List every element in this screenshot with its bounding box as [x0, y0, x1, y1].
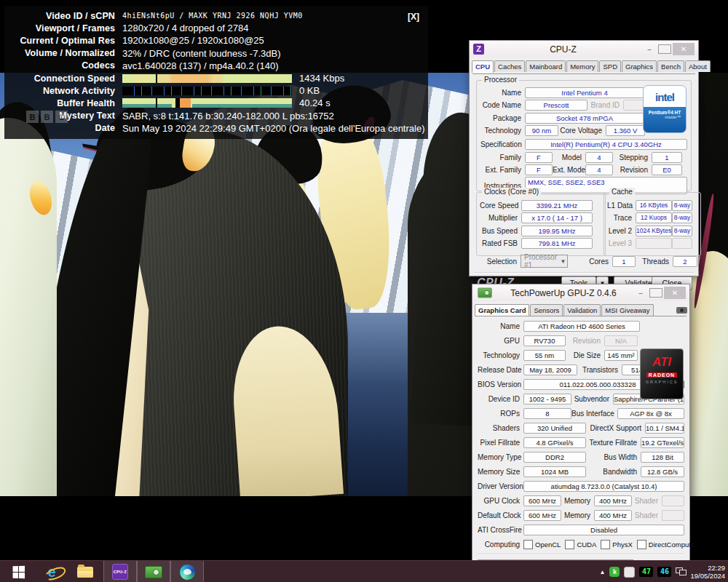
- field-label: Shaders: [478, 424, 520, 432]
- minimize-icon[interactable]: –: [642, 46, 657, 53]
- maximize-icon[interactable]: [649, 288, 662, 298]
- field-label: Cores: [577, 258, 609, 266]
- processor-select[interactable]: Processor #1▼: [521, 255, 568, 268]
- field-label: Bus Width: [586, 453, 637, 461]
- gpuz-titlebar[interactable]: TechPowerUp GPU-Z 0.4.6 – ✕: [472, 284, 689, 301]
- die-size-field: 145 mm²: [604, 350, 638, 361]
- stat-label: Buffer Health: [4, 98, 115, 108]
- close-icon[interactable]: ✕: [673, 43, 695, 55]
- cpuz-titlebar[interactable]: Z CPU-Z – ✕: [470, 41, 698, 57]
- tab-memory[interactable]: Memory: [566, 60, 598, 72]
- l3-field: [636, 238, 672, 249]
- tab-caches[interactable]: Caches: [494, 60, 525, 72]
- rated-fsb-field: 799.81 MHz: [521, 238, 593, 249]
- taskbar-item-cpuz[interactable]: CPU-Z: [103, 561, 137, 582]
- tray-network-icon[interactable]: [676, 567, 686, 576]
- multiplier-field: x 17.0 ( 14 - 17 ): [521, 212, 593, 223]
- field-label: Computing: [478, 541, 520, 549]
- tray-speaker-icon[interactable]: [624, 567, 635, 578]
- gpu-revision-field: N/A: [604, 335, 638, 346]
- l3-assoc-field: [672, 238, 692, 249]
- field-label: Texture Fillrate: [586, 439, 637, 447]
- stat-value: avc1.640028 (137) / mp4a.40.2 (140): [122, 60, 279, 71]
- minimize-icon[interactable]: –: [633, 290, 648, 297]
- edge-icon: [180, 565, 195, 580]
- tray-clock[interactable]: 22:29 19/05/2024: [690, 564, 725, 581]
- stat-value: 1280x720 / 4 dropped of 2784: [122, 23, 248, 33]
- directx-support-field: 10.1 / SM4.1: [645, 423, 684, 434]
- start-button[interactable]: [3, 561, 33, 582]
- tab-graphics-card[interactable]: Graphics Card: [475, 304, 529, 316]
- group-title: Clocks (Core #0): [482, 188, 541, 196]
- stat-label: Video ID / sCPN: [4, 11, 115, 21]
- tray-k-icon[interactable]: k: [609, 567, 620, 577]
- tab-msi-giveaway[interactable]: MSI Giveaway: [601, 304, 653, 316]
- cpuz-panel: Processor intel Pentium®4 HT inside™ Nam…: [472, 73, 695, 273]
- memory-clock-field: 400 MHz: [594, 495, 632, 506]
- field-label: Technology: [478, 351, 520, 359]
- threads-field: 2: [673, 256, 697, 267]
- field-label: Driver Version: [478, 482, 520, 490]
- stat-label: Codecs: [4, 60, 115, 71]
- directcompute-checkbox[interactable]: [637, 540, 646, 549]
- revision-field: E0: [652, 164, 682, 175]
- stat-value: Sun May 19 2024 22:29:49 GMT+0200 (Ora l…: [122, 123, 425, 134]
- cpu-name-field: Intel Pentium 4: [525, 87, 644, 98]
- ext-family-field: F: [525, 164, 553, 175]
- tray-temp-green[interactable]: 47: [639, 567, 653, 577]
- field-label: Selection: [476, 258, 517, 266]
- field-label: Shader: [632, 497, 658, 505]
- taskbar-item-internet-explorer[interactable]: e: [36, 561, 67, 582]
- physx-checkbox[interactable]: [601, 540, 610, 549]
- tab-graphics[interactable]: Graphics: [622, 60, 657, 72]
- overlay-close-button[interactable]: [X]: [408, 12, 419, 22]
- graphics-logo-text: GRAPHICS: [641, 380, 683, 384]
- tab-bench[interactable]: Bench: [657, 60, 684, 72]
- field-label: BIOS Version: [478, 380, 520, 388]
- crossfire-field: Disabled: [523, 525, 684, 535]
- bottom-separator: [478, 554, 684, 555]
- tab-about[interactable]: About: [685, 60, 711, 72]
- rops-field: 8: [523, 408, 571, 419]
- taskbar-item-file-explorer[interactable]: [70, 561, 100, 582]
- radeon-logo-text: RADEON: [646, 372, 677, 378]
- field-label: Transistors: [577, 366, 618, 374]
- field-label: Bandwidth: [586, 468, 637, 476]
- gpuz-window-title: TechPowerUp GPU-Z 0.4.6: [494, 288, 633, 298]
- tab-sensors[interactable]: Sensors: [530, 304, 563, 316]
- opencl-checkbox[interactable]: [523, 540, 533, 549]
- field-label: Name: [480, 89, 521, 97]
- gpu-field: RV730: [523, 335, 566, 346]
- processor-group: Processor intel Pentium®4 HT inside™ Nam…: [476, 80, 692, 191]
- bus-width-field: 128 Bit: [641, 452, 684, 463]
- processor-select-value: Processor #1: [524, 253, 559, 269]
- bus-speed-field: 199.95 MHz: [521, 226, 593, 236]
- tab-mainboard[interactable]: Mainboard: [526, 60, 566, 72]
- tray-expand-icon[interactable]: ▲: [600, 569, 606, 575]
- maximize-icon[interactable]: [658, 44, 671, 54]
- bandwidth-field: 12.8 GB/s: [641, 466, 684, 477]
- tab-spd[interactable]: SPD: [599, 60, 621, 72]
- watermark-letter: C: [55, 111, 68, 123]
- field-label: Multiplier: [480, 214, 518, 222]
- bbc-watermark: B B C: [26, 111, 68, 123]
- intel-pentium4-logo: intel Pentium®4 HT inside™: [643, 85, 687, 133]
- tab-cpu[interactable]: CPU: [472, 60, 494, 73]
- windows-logo-icon: [12, 565, 25, 578]
- stat-label: Connection Speed: [4, 73, 115, 84]
- tab-validation[interactable]: Validation: [563, 304, 601, 316]
- checkbox-label: CUDA: [577, 541, 596, 549]
- field-label: Revision: [613, 166, 648, 174]
- camera-icon[interactable]: [676, 307, 687, 314]
- taskbar-item-edge[interactable]: [170, 561, 204, 582]
- tray-temp-cyan[interactable]: 46: [657, 567, 671, 577]
- field-label: Release Date: [478, 366, 520, 374]
- checkbox-label: PhysX: [612, 541, 632, 549]
- close-icon[interactable]: ✕: [664, 287, 686, 299]
- default-shader-clock-field: [662, 510, 684, 521]
- taskbar-item-gpuz[interactable]: [137, 561, 170, 582]
- family-field: F: [525, 152, 553, 163]
- cuda-checkbox[interactable]: [565, 540, 574, 549]
- device-id-field: 1002 - 9495: [523, 394, 571, 404]
- gpuz-tab-bar: Graphics Card Sensors Validation MSI Giv…: [472, 301, 689, 316]
